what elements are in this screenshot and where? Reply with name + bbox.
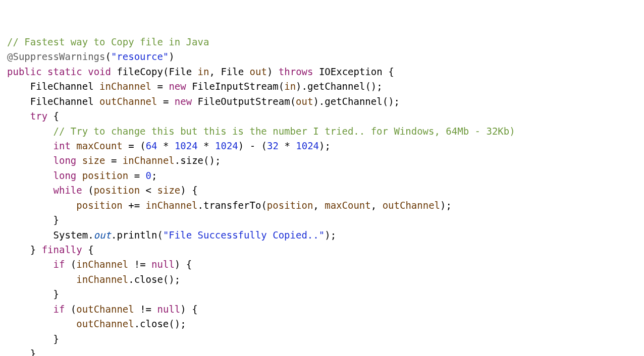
java-code-block: // Fastest way to Copy file in Java @Sup…: [7, 35, 637, 356]
token: FileInputStream: [192, 81, 279, 92]
token: public: [7, 66, 42, 77]
punct: =: [134, 170, 140, 181]
punct: }: [30, 244, 36, 255]
token: long: [53, 170, 77, 181]
punct: <: [146, 185, 151, 196]
punct: (: [279, 81, 284, 92]
punct: (: [290, 96, 296, 107]
token: size: [82, 155, 105, 166]
punct: ,: [209, 66, 221, 77]
punct: *: [163, 140, 169, 151]
token: outChannel: [76, 304, 134, 315]
token: File: [169, 66, 192, 77]
punct: ;: [377, 81, 382, 92]
token: long: [53, 155, 77, 166]
punct: (: [140, 140, 145, 151]
punct: ): [180, 304, 186, 315]
token: 1024: [175, 140, 198, 151]
token: @SuppressWarnings: [7, 51, 105, 62]
token: 0: [146, 170, 151, 181]
punct: ;: [394, 96, 400, 107]
punct: ): [238, 140, 244, 151]
punct: *: [284, 140, 290, 151]
token: .close(): [134, 318, 181, 329]
punct: ;: [446, 200, 451, 211]
token: inChannel: [76, 259, 128, 270]
token: void: [88, 66, 111, 77]
token: outChannel: [383, 200, 440, 211]
punct: ): [313, 96, 318, 107]
token: out: [250, 66, 267, 77]
punct: ,: [313, 200, 325, 211]
punct: =: [157, 81, 163, 92]
token: int: [53, 140, 71, 151]
token: FileChannel: [30, 96, 94, 107]
punct: (: [71, 259, 76, 270]
token: System: [53, 229, 88, 241]
punct: -: [250, 140, 255, 151]
punct: ): [296, 81, 301, 92]
token: inChannel: [123, 155, 175, 166]
punct: {: [53, 110, 59, 122]
token: outChannel: [76, 318, 134, 329]
token: size: [157, 185, 181, 196]
token: 1024: [215, 140, 238, 151]
punct: !=: [134, 259, 146, 270]
punct: {: [88, 244, 93, 255]
token: .getChannel(): [302, 81, 377, 92]
punct: (: [261, 140, 267, 151]
token: fileCopy: [117, 66, 163, 77]
token: FileOutputStream: [198, 96, 290, 107]
token: .getChannel(): [319, 96, 394, 107]
punct: }: [53, 214, 59, 225]
punct: ;: [175, 274, 180, 285]
token: maxCount: [76, 140, 123, 151]
punct: {: [192, 185, 197, 196]
token: 64: [146, 140, 157, 151]
token: in: [198, 66, 209, 77]
token: inChannel: [146, 200, 198, 211]
punct: ): [175, 259, 180, 270]
token: in: [284, 81, 296, 92]
token: out: [296, 96, 313, 107]
token: throws: [279, 66, 313, 77]
punct: }: [53, 333, 59, 344]
punct: ): [319, 140, 325, 151]
token: IOException: [319, 66, 383, 77]
punct: =: [163, 96, 169, 107]
token: position: [94, 185, 140, 196]
punct: !=: [140, 304, 151, 315]
punct: ): [180, 185, 186, 196]
token: try: [30, 110, 47, 122]
punct: }: [53, 288, 59, 300]
token: .close(): [128, 274, 175, 285]
punct: (: [71, 304, 76, 315]
punct: =: [111, 155, 117, 166]
punct: (: [163, 66, 169, 77]
punct: ;: [331, 229, 336, 241]
token: position: [267, 200, 313, 211]
token: 32: [267, 140, 279, 151]
token: File: [221, 66, 244, 77]
token: maxCount: [325, 200, 371, 211]
token: position: [76, 200, 123, 211]
token: "File Successfully Copied..": [163, 229, 325, 241]
punct: ;: [180, 318, 186, 329]
token: // Fastest way to Copy file in Java: [7, 36, 209, 47]
token: // Try to change this but this is the nu…: [53, 126, 515, 137]
token: FileChannel: [30, 81, 94, 92]
punct: ): [440, 200, 446, 211]
token: while: [53, 185, 82, 196]
token: .size(): [175, 155, 215, 166]
token: new: [175, 96, 192, 107]
token: .transferTo(: [198, 200, 267, 211]
punct: +=: [128, 200, 140, 211]
token: new: [169, 81, 186, 92]
punct: ): [169, 51, 174, 62]
punct: ;: [151, 170, 157, 181]
token: .println(: [111, 229, 163, 241]
punct: ,: [371, 200, 383, 211]
punct: .: [88, 229, 93, 241]
punct: }: [30, 348, 36, 356]
token: position: [82, 170, 129, 181]
